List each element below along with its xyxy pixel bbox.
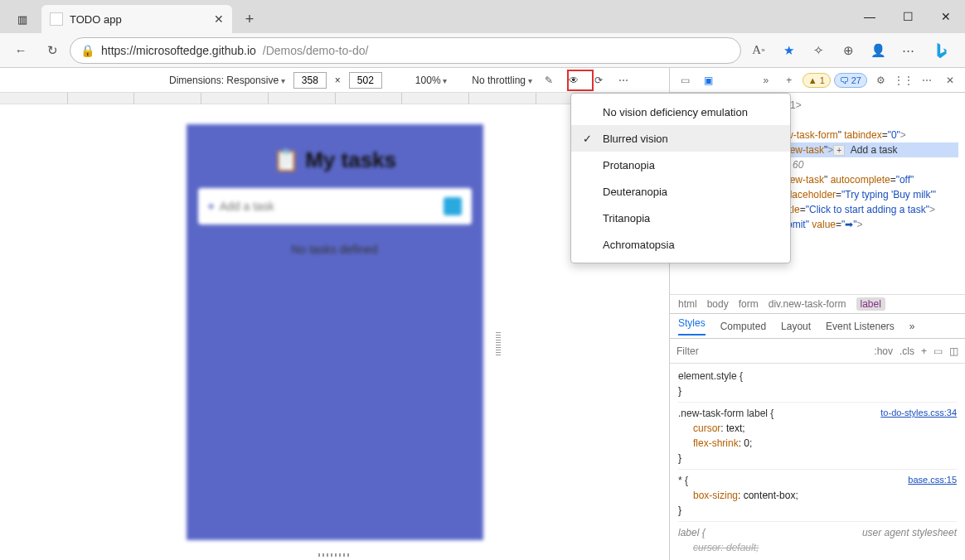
vision-item-blurred[interactable]: ✓Blurred vision bbox=[571, 125, 790, 152]
breadcrumbs[interactable]: html body form div.new-task-form label bbox=[670, 294, 965, 314]
new-tab-icon[interactable]: + bbox=[779, 70, 799, 90]
settings-icon[interactable]: ⚙ bbox=[870, 70, 890, 90]
styles-filter-input[interactable] bbox=[676, 345, 867, 357]
add-task-input[interactable]: Add a task bbox=[198, 188, 472, 224]
favicon-icon bbox=[50, 12, 63, 26]
omnibox[interactable]: 🔒 https://microsoftedge.github.io/Demos/… bbox=[70, 37, 741, 64]
rule2-link[interactable]: base.css:15 bbox=[908, 473, 957, 487]
address-bar: ← ↻ 🔒 https://microsoftedge.github.io/De… bbox=[0, 33, 965, 68]
refresh-button[interactable]: ↻ bbox=[38, 36, 66, 65]
resize-handle-bottom[interactable] bbox=[318, 553, 352, 557]
throttling-dropdown[interactable]: No throttling bbox=[472, 75, 531, 86]
vision-menu: No vision deficiency emulation ✓Blurred … bbox=[570, 93, 791, 263]
more-tabs-icon[interactable]: » bbox=[756, 70, 776, 90]
bc-body[interactable]: body bbox=[707, 298, 729, 310]
tab-computed[interactable]: Computed bbox=[720, 321, 766, 332]
tab-listeners[interactable]: Event Listeners bbox=[826, 321, 895, 332]
vision-item-achromatopsia[interactable]: Achromatopsia bbox=[571, 231, 790, 258]
new-style-icon[interactable]: + bbox=[921, 345, 927, 357]
eyedropper-icon[interactable]: ✎ bbox=[541, 72, 557, 89]
vision-deficiency-icon[interactable]: 👁 bbox=[565, 72, 582, 89]
device-pane: Dimensions: Responsive × 100% No throttl… bbox=[0, 68, 670, 560]
resize-handle-right[interactable] bbox=[496, 332, 501, 357]
bc-form[interactable]: form bbox=[739, 298, 759, 310]
tab-actions-icon[interactable]: ▥ bbox=[8, 5, 36, 33]
favorite-icon[interactable]: ★ bbox=[774, 36, 803, 65]
dimensions-dropdown[interactable]: Dimensions: Responsive bbox=[169, 75, 285, 86]
inspect-icon[interactable]: ▭ bbox=[675, 70, 695, 90]
more-icon[interactable]: ⋯ bbox=[917, 70, 937, 90]
back-button[interactable]: ← bbox=[7, 36, 35, 65]
hov-toggle[interactable]: :hov bbox=[874, 345, 893, 357]
vision-item-protanopia[interactable]: Protanopia bbox=[571, 152, 790, 178]
rule1-link[interactable]: to-do-styles.css:34 bbox=[880, 406, 957, 420]
tab-layout[interactable]: Layout bbox=[781, 321, 811, 332]
collections-icon[interactable]: ⊕ bbox=[834, 36, 862, 65]
vision-item-tritanopia[interactable]: Tritanopia bbox=[571, 205, 790, 231]
tab-title: TODO app bbox=[70, 13, 122, 26]
new-tab-button[interactable]: + bbox=[237, 7, 262, 31]
titlebar: ▥ TODO app ✕ + — ☐ ✕ bbox=[0, 0, 965, 33]
styles-filter-row: :hov .cls + ▭ ◫ bbox=[670, 339, 965, 364]
submit-icon[interactable] bbox=[444, 197, 462, 215]
url-path: /Demos/demo-to-do/ bbox=[263, 44, 369, 57]
profile-icon[interactable]: 👤 bbox=[864, 36, 892, 65]
device-frame: My tasks Add a task No tasks defined bbox=[187, 124, 483, 540]
device-toggle-icon[interactable]: ▣ bbox=[698, 70, 718, 90]
app-title: My tasks bbox=[187, 124, 483, 188]
browser-tab[interactable]: TODO app ✕ bbox=[41, 5, 232, 33]
empty-state: No tasks defined bbox=[187, 243, 483, 256]
lock-icon: 🔒 bbox=[80, 44, 95, 57]
height-input[interactable] bbox=[349, 72, 382, 89]
device-toolbar: Dimensions: Responsive × 100% No throttl… bbox=[0, 68, 669, 93]
close-window-button[interactable]: ✕ bbox=[927, 0, 965, 33]
bc-html[interactable]: html bbox=[678, 298, 697, 310]
zoom-dropdown[interactable]: 100% bbox=[415, 75, 447, 86]
minimize-button[interactable]: — bbox=[851, 0, 889, 33]
warnings-badge[interactable]: ▲ 1 bbox=[803, 73, 831, 88]
ruler bbox=[0, 93, 669, 104]
close-tab-icon[interactable]: ✕ bbox=[214, 12, 224, 26]
vision-item-deuteranopia[interactable]: Deuteranopia bbox=[571, 178, 790, 205]
issues-badge[interactable]: 🗨 27 bbox=[834, 73, 867, 88]
toggle-layout-icon[interactable]: ◫ bbox=[949, 345, 958, 357]
bc-div[interactable]: div.new-task-form bbox=[769, 298, 846, 310]
add-task-placeholder: Add a task bbox=[220, 200, 274, 213]
url-host: https://microsoftedge.github.io bbox=[101, 44, 256, 57]
computed-sidebar-icon[interactable]: ▭ bbox=[933, 345, 943, 357]
bing-icon[interactable] bbox=[925, 34, 958, 67]
vision-item-none[interactable]: No vision deficiency emulation bbox=[571, 99, 790, 125]
customize-icon[interactable]: ⋮⋮ bbox=[894, 70, 914, 90]
check-icon: ✓ bbox=[583, 133, 592, 145]
bc-label[interactable]: label bbox=[856, 297, 885, 311]
css-rules[interactable]: element.style { } .new-task-form label {… bbox=[670, 364, 965, 560]
width-input[interactable] bbox=[293, 72, 327, 89]
extensions-icon[interactable]: ✧ bbox=[804, 36, 832, 65]
devtools-tabs: ▭ ▣ » + ▲ 1 🗨 27 ⚙ ⋮⋮ ⋯ ✕ bbox=[670, 68, 965, 93]
more-device-icon[interactable]: ⋯ bbox=[615, 72, 632, 89]
rotate-icon[interactable]: ⟳ bbox=[590, 72, 607, 89]
more-styles-tabs-icon[interactable]: » bbox=[909, 321, 915, 332]
styles-tabs: Styles Computed Layout Event Listeners » bbox=[670, 314, 965, 339]
cls-toggle[interactable]: .cls bbox=[900, 345, 914, 357]
reading-mode-icon[interactable]: A» bbox=[744, 36, 773, 65]
tab-styles[interactable]: Styles bbox=[678, 317, 706, 336]
more-icon[interactable]: ⋯ bbox=[894, 36, 922, 65]
close-devtools-icon[interactable]: ✕ bbox=[940, 70, 960, 90]
maximize-button[interactable]: ☐ bbox=[889, 0, 927, 33]
dim-x: × bbox=[335, 75, 341, 86]
viewport: My tasks Add a task No tasks defined bbox=[0, 104, 669, 560]
